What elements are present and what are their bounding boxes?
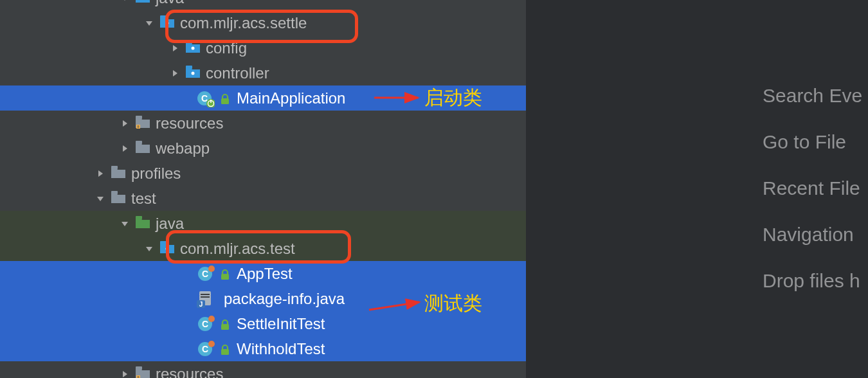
resources-folder-icon — [135, 366, 150, 379]
item-label: resources — [156, 114, 223, 132]
svg-rect-28 — [201, 294, 210, 295]
item-label: config — [206, 39, 247, 57]
folder-icon — [135, 141, 150, 156]
svg-point-6 — [192, 71, 195, 75]
expand-arrow-icon[interactable] — [95, 194, 105, 204]
lock-icon — [220, 341, 231, 357]
package-folder-icon — [159, 15, 175, 31]
hint-recent-files: Recent File — [763, 177, 860, 199]
package-folder-icon — [159, 241, 175, 256]
svg-text:C: C — [202, 269, 208, 279]
item-label: SettleInitTest — [237, 315, 325, 333]
tree-item-package-info[interactable]: J package-info.java — [0, 286, 526, 311]
source-folder-icon — [135, 0, 150, 6]
tree-item-package-settle[interactable]: com.mljr.acs.settle — [0, 10, 526, 35]
folder-icon — [111, 166, 126, 181]
svg-rect-29 — [201, 296, 210, 298]
item-label: com.mljr.acs.test — [180, 240, 295, 258]
tree-item-settleinit[interactable]: C SettleInitTest — [0, 311, 526, 336]
svg-text:C: C — [202, 344, 208, 354]
lock-icon — [220, 316, 231, 332]
hint-drop-files: Drop files h — [763, 270, 860, 292]
tree-item-config[interactable]: config — [0, 35, 526, 60]
svg-rect-18 — [111, 166, 118, 169]
svg-point-4 — [192, 46, 195, 50]
tree-item-apptest[interactable]: C AppTest — [0, 261, 526, 286]
tree-item-main-application[interactable]: C MainApplication — [0, 86, 526, 111]
svg-rect-20 — [136, 216, 142, 219]
tree-item-resources-test[interactable]: resources — [0, 361, 526, 378]
svg-rect-5 — [186, 66, 192, 69]
svg-rect-12 — [221, 98, 229, 104]
svg-point-2 — [166, 21, 169, 24]
collapse-arrow-icon[interactable] — [120, 118, 130, 129]
svg-rect-13 — [136, 116, 142, 119]
svg-rect-39 — [221, 349, 229, 355]
class-icon: C — [197, 315, 215, 333]
package-folder-icon — [185, 66, 201, 81]
item-label: AppTest — [237, 265, 293, 283]
svg-rect-26 — [221, 274, 229, 280]
svg-rect-42 — [138, 376, 140, 377]
tree-item-java-test[interactable]: java — [0, 211, 526, 236]
collapse-arrow-icon[interactable] — [95, 168, 105, 179]
svg-rect-40 — [136, 366, 142, 370]
collapse-arrow-icon[interactable] — [120, 143, 130, 154]
item-label: java — [156, 0, 184, 7]
collapse-arrow-icon[interactable] — [170, 68, 180, 78]
item-label: WithholdTest — [237, 340, 325, 358]
class-icon: C — [197, 340, 215, 358]
svg-rect-11 — [210, 100, 212, 103]
tree-item-profiles[interactable]: profiles — [0, 161, 526, 186]
resources-folder-icon — [135, 116, 150, 131]
tree-item-test[interactable]: test — [0, 186, 526, 211]
lock-icon — [220, 266, 231, 282]
svg-point-38 — [208, 341, 215, 347]
item-label: webapp — [156, 140, 210, 158]
item-label: MainApplication — [237, 89, 345, 107]
item-label: resources — [156, 365, 223, 379]
svg-rect-14 — [136, 125, 140, 129]
expand-arrow-icon[interactable] — [144, 244, 154, 254]
svg-rect-3 — [186, 40, 192, 44]
tree-item-package-test[interactable]: com.mljr.acs.test — [0, 236, 526, 261]
editor-empty-state: Search Eve Go to File Recent File Naviga… — [526, 0, 868, 378]
hint-navigation-bar: Navigation — [763, 224, 854, 246]
svg-rect-35 — [221, 324, 229, 330]
item-label: profiles — [131, 165, 181, 183]
hint-search-everywhere: Search Eve — [763, 85, 862, 107]
folder-icon — [111, 191, 126, 206]
svg-text:J: J — [199, 301, 203, 308]
test-source-folder-icon — [135, 216, 150, 231]
svg-rect-19 — [111, 191, 118, 194]
tree-item-webapp[interactable]: webapp — [0, 136, 526, 161]
item-label: java — [156, 215, 184, 233]
expand-arrow-icon[interactable] — [120, 219, 130, 229]
collapse-arrow-icon[interactable] — [120, 369, 130, 379]
svg-rect-15 — [138, 125, 140, 126]
lock-icon — [220, 91, 231, 106]
svg-rect-17 — [136, 141, 142, 144]
spring-boot-class-icon: C — [197, 89, 215, 107]
svg-point-22 — [166, 247, 169, 250]
app-root: java com.mljr.acs.settle config — [0, 0, 868, 378]
package-folder-icon — [185, 40, 201, 56]
collapse-arrow-icon[interactable] — [170, 43, 180, 53]
item-label: test — [131, 190, 156, 208]
item-label: controller — [206, 64, 269, 82]
svg-text:C: C — [202, 319, 208, 329]
tree-item-withhold[interactable]: C WithholdTest — [0, 336, 526, 361]
svg-rect-16 — [138, 127, 140, 127]
item-label: package-info.java — [224, 290, 345, 308]
class-icon: C — [197, 265, 215, 283]
svg-point-25 — [208, 266, 215, 272]
tree-item-resources-main[interactable]: resources — [0, 111, 526, 136]
expand-arrow-icon[interactable] — [120, 0, 130, 3]
svg-rect-1 — [160, 15, 167, 19]
project-tree[interactable]: java com.mljr.acs.settle config — [0, 0, 526, 378]
expand-arrow-icon[interactable] — [144, 18, 154, 28]
svg-rect-21 — [160, 241, 167, 244]
tree-item-controller[interactable]: controller — [0, 60, 526, 86]
tree-row-partial: java — [0, 0, 526, 10]
svg-point-34 — [208, 316, 215, 322]
